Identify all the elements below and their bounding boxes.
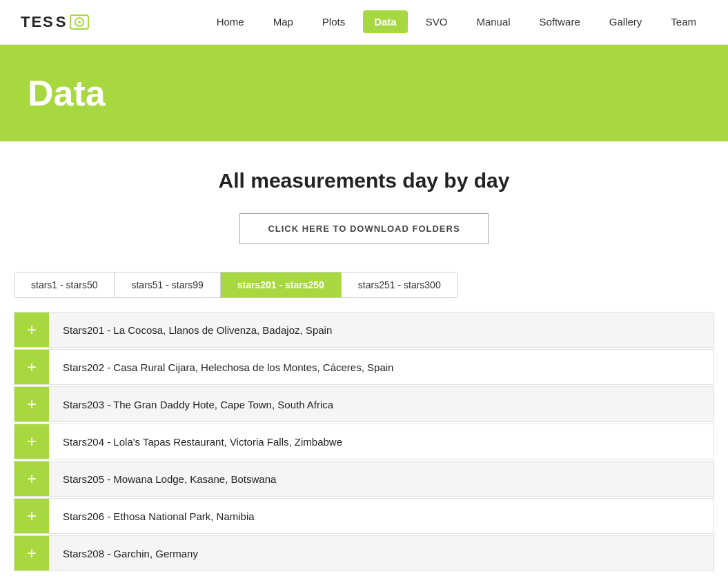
- nav-link-map[interactable]: Map: [262, 10, 304, 33]
- main-content: All measurements day by day CLICK HERE T…: [0, 141, 728, 576]
- nav-link-gallery[interactable]: Gallery: [598, 10, 653, 33]
- tab-stars201-250[interactable]: stars201 - stars250: [221, 272, 342, 297]
- accordion-plus-stars201: +: [14, 312, 49, 347]
- tab-stars51-99[interactable]: stars51 - stars99: [115, 272, 220, 297]
- accordion-plus-stars208: +: [14, 536, 49, 570]
- nav-menu: Home Map Plots Data SVO Manual Software …: [206, 16, 707, 28]
- accordion-label-stars206: Stars206 - Ethosa National Park, Namibia: [49, 501, 268, 532]
- accordion-item-stars205[interactable]: + Stars205 - Mowana Lodge, Kasane, Botsw…: [14, 461, 714, 497]
- nav-link-team[interactable]: Team: [660, 10, 707, 33]
- logo-text: TES: [21, 13, 55, 31]
- logo-s: S: [56, 13, 68, 31]
- nav-link-manual[interactable]: Manual: [465, 10, 521, 33]
- accordion-label-stars201: Stars201 - La Cocosa, Llanos de Olivenza…: [49, 315, 346, 346]
- nav-item-home: Home: [206, 16, 255, 28]
- accordion-plus-stars204: +: [14, 424, 49, 459]
- accordion-item-stars208[interactable]: + Stars208 - Garchin, Germany: [14, 535, 714, 571]
- nav-link-home[interactable]: Home: [206, 10, 255, 33]
- download-button[interactable]: CLICK HERE TO DOWNLOAD FOLDERS: [239, 213, 488, 244]
- accordion-plus-stars206: +: [14, 499, 49, 533]
- accordion-list: + Stars201 - La Cocosa, Llanos de Oliven…: [14, 312, 714, 573]
- nav-item-map: Map: [262, 16, 304, 28]
- navigation: TESS Home Map Plots Data SVO Manual Soft…: [0, 0, 728, 45]
- accordion-label-stars203: Stars203 - The Gran Daddy Hote, Cape Tow…: [49, 389, 347, 420]
- accordion-item-stars204[interactable]: + Stars204 - Lola's Tapas Restaurant, Vi…: [14, 424, 714, 459]
- nav-item-gallery: Gallery: [598, 16, 653, 28]
- nav-link-plots[interactable]: Plots: [311, 10, 356, 33]
- tab-stars251-300[interactable]: stars251 - stars300: [342, 272, 458, 297]
- nav-item-data: Data: [363, 16, 408, 28]
- tabs-container: stars1 - stars50 stars51 - stars99 stars…: [14, 272, 458, 298]
- nav-item-svo: SVO: [415, 16, 459, 28]
- accordion-plus-stars202: +: [14, 350, 49, 384]
- nav-link-data[interactable]: Data: [363, 10, 408, 33]
- accordion-item-stars201[interactable]: + Stars201 - La Cocosa, Llanos de Oliven…: [14, 312, 714, 348]
- accordion-plus-stars205: +: [14, 461, 49, 496]
- hero-banner: Data: [0, 45, 728, 141]
- nav-link-software[interactable]: Software: [529, 10, 591, 33]
- tab-stars1-50[interactable]: stars1 - stars50: [14, 272, 115, 297]
- accordion-label-stars208: Stars208 - Garchin, Germany: [49, 538, 212, 569]
- accordion-item-stars203[interactable]: + Stars203 - The Gran Daddy Hote, Cape T…: [14, 386, 714, 422]
- download-button-wrapper: CLICK HERE TO DOWNLOAD FOLDERS: [14, 213, 714, 244]
- logo[interactable]: TESS: [21, 13, 89, 31]
- nav-item-team: Team: [660, 16, 707, 28]
- nav-link-svo[interactable]: SVO: [415, 10, 459, 33]
- hero-title: Data: [28, 72, 700, 114]
- nav-item-manual: Manual: [465, 16, 521, 28]
- accordion-label-stars204: Stars204 - Lola's Tapas Restaurant, Vict…: [49, 426, 356, 457]
- nav-item-plots: Plots: [311, 16, 356, 28]
- accordion-item-stars202[interactable]: + Stars202 - Casa Rural Cijara, Helechos…: [14, 349, 714, 385]
- section-title: All measurements day by day: [14, 169, 714, 192]
- accordion-plus-stars203: +: [14, 387, 49, 421]
- accordion-label-stars202: Stars202 - Casa Rural Cijara, Helechosa …: [49, 352, 407, 383]
- nav-item-software: Software: [529, 16, 591, 28]
- accordion-item-stars206[interactable]: + Stars206 - Ethosa National Park, Namib…: [14, 498, 714, 534]
- logo-icon: [70, 14, 89, 30]
- accordion-label-stars205: Stars205 - Mowana Lodge, Kasane, Botswan…: [49, 464, 290, 495]
